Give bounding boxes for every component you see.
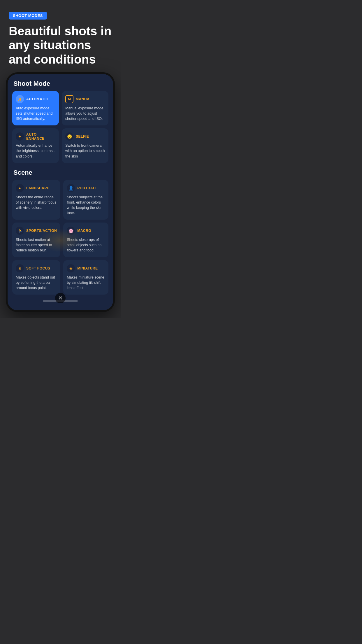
sports-action-desc: Shoots fast motion at faster shutter spe… — [16, 237, 57, 253]
automatic-desc: Auto exposure mode sets shutter speed an… — [16, 106, 55, 121]
close-button[interactable]: ✕ — [55, 293, 66, 303]
landscape-desc: Shoots the entire range of scenery in sh… — [16, 195, 57, 210]
macro-label: MACRO — [77, 229, 91, 233]
auto-enhance-label: AUTO ENHANCE — [26, 132, 55, 141]
phone-frame: Shoot Mode A AUTOMATIC Auto exposure mod… — [6, 72, 115, 312]
automatic-label: AUTOMATIC — [26, 97, 48, 101]
selfie-label: SELFIE — [76, 134, 89, 139]
portrait-icon: 👤 — [67, 184, 75, 192]
manual-desc: Manual exposure mode allows you to adjus… — [65, 106, 105, 121]
sports-action-icon: 🏃 — [16, 227, 24, 235]
manual-label: MANUAL — [76, 97, 92, 101]
card-selfie[interactable]: 🙂 SELFIE Switch to front camera with an … — [62, 128, 108, 163]
card-macro[interactable]: 🌸 MACRO Shoots close-ups of small object… — [63, 223, 108, 257]
portrait-desc: Shoots subjects at the front, enhance co… — [67, 195, 105, 216]
manual-icon: M — [65, 95, 73, 103]
landscape-icon: ▲ — [16, 184, 24, 192]
scene-title: Scene — [12, 169, 108, 176]
miniature-label: MINIATURE — [77, 266, 98, 270]
auto-enhance-icon: ✦ — [16, 132, 24, 141]
miniature-icon: ◈ — [67, 264, 75, 272]
landscape-label: LANDSCAPE — [26, 186, 49, 190]
auto-enhance-desc: Automatically enhance the brightness, co… — [16, 143, 55, 159]
card-sports-action[interactable]: 🏃 SPORTS/ACTION Shoots fast motion at fa… — [12, 223, 60, 257]
portrait-label: PORTRAIT — [77, 186, 96, 190]
sports-action-label: SPORTS/ACTION — [26, 229, 57, 233]
miniature-desc: Makes miniature scene by simulating tilt… — [67, 275, 105, 290]
scene-section: Scene ▲ LANDSCAPE Shoots the entire rang… — [12, 169, 108, 295]
card-manual[interactable]: M MANUAL Manual exposure mode allows you… — [62, 91, 108, 125]
selfie-icon: 🙂 — [65, 132, 73, 141]
card-portrait[interactable]: 👤 PORTRAIT Shoots subjects at the front,… — [63, 180, 108, 220]
macro-desc: Shoots close-ups of small objects such a… — [67, 237, 105, 253]
shoot-mode-section: Shoot Mode A AUTOMATIC Auto exposure mod… — [12, 80, 108, 163]
scene-grid: ▲ LANDSCAPE Shoots the entire range of s… — [12, 180, 108, 295]
soft-focus-label: SOFT FOCUS — [26, 266, 50, 270]
macro-icon: 🌸 — [67, 227, 75, 235]
card-automatic[interactable]: A AUTOMATIC Auto exposure mode sets shut… — [12, 91, 59, 125]
shoot-modes-badge: SHOOT MODES — [9, 12, 47, 20]
soft-focus-icon: ⊞ — [16, 264, 24, 272]
card-soft-focus[interactable]: ⊞ SOFT FOCUS Makes objects stand out by … — [12, 260, 60, 295]
automatic-icon: A — [16, 95, 24, 103]
card-miniature[interactable]: ◈ MINIATURE Makes miniature scene by sim… — [63, 260, 108, 295]
selfie-desc: Switch to front camera with an option to… — [65, 143, 105, 159]
soft-focus-desc: Makes objects stand out by softening the… — [16, 275, 57, 290]
card-landscape[interactable]: ▲ LANDSCAPE Shoots the entire range of s… — [12, 180, 60, 220]
shoot-mode-title: Shoot Mode — [12, 80, 108, 88]
card-auto-enhance[interactable]: ✦ AUTO ENHANCE Automatically enhance the… — [12, 128, 59, 163]
headline: Beautiful shots in any situations and co… — [9, 24, 112, 66]
header-area: SHOOT MODES Beautiful shots in any situa… — [6, 12, 115, 66]
shoot-mode-grid: A AUTOMATIC Auto exposure mode sets shut… — [12, 91, 108, 163]
